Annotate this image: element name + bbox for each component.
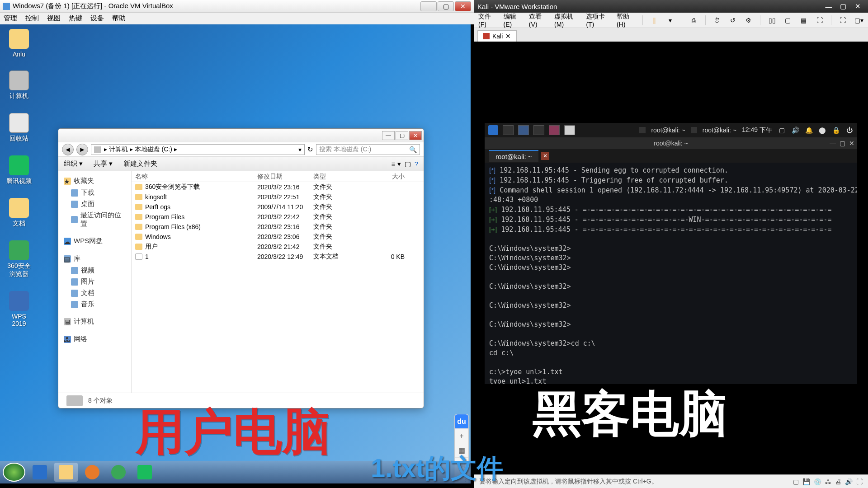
unity-button[interactable]: ▢▾: [854, 15, 863, 25]
tray-notify-icon[interactable]: 🔔: [805, 126, 813, 134]
file-list-header[interactable]: 名称 修改日期 类型 大小: [132, 171, 424, 182]
column-type[interactable]: 类型: [310, 171, 363, 182]
desktop-icon[interactable]: 文档: [5, 198, 33, 228]
organize-menu[interactable]: 组织 ▾: [64, 160, 83, 168]
tray-network-icon[interactable]: ⬤: [818, 126, 826, 134]
sidebar-network[interactable]: 🖧网络: [60, 333, 129, 345]
menu-item[interactable]: 文件(F): [478, 13, 496, 28]
file-row[interactable]: Windows 2020/3/2 23:06 文件夹: [132, 232, 424, 242]
sidebar-item[interactable]: 图片: [60, 276, 129, 287]
forward-button[interactable]: ►: [76, 144, 88, 155]
desktop-icon[interactable]: 360安全浏览器: [5, 240, 33, 278]
sidebar-item[interactable]: 文档: [60, 287, 129, 299]
maximize-button[interactable]: ▢: [840, 140, 845, 147]
desktop-icon[interactable]: WPS 2019: [5, 291, 33, 327]
back-button[interactable]: ◄: [62, 144, 74, 155]
tray-display-icon[interactable]: ▢: [778, 126, 786, 134]
sidebar-item[interactable]: 下载: [60, 187, 129, 198]
sidebar-item[interactable]: 音乐: [60, 299, 129, 310]
vm-content[interactable]: root@kali: ~ root@kali: ~ 12:49 下午 ▢ 🔊 🔔…: [474, 42, 868, 474]
file-row[interactable]: 用户 2020/3/2 21:42 文件夹: [132, 242, 424, 252]
vm-tab-kali[interactable]: Kali ✕: [477, 30, 517, 42]
help-button[interactable]: ?: [415, 160, 418, 168]
close-button[interactable]: ✕: [455, 1, 471, 11]
minimize-button[interactable]: —: [382, 131, 395, 140]
minimize-button[interactable]: —: [830, 140, 836, 147]
tab-close-button[interactable]: ✕: [541, 152, 549, 160]
layout-icon[interactable]: ▤: [799, 15, 808, 25]
device-icon[interactable]: ⛶: [856, 478, 863, 485]
close-button[interactable]: ✕: [849, 140, 854, 147]
menu-item[interactable]: 帮助: [112, 14, 126, 23]
win7-desktop[interactable]: Anlu计算机回收站腾讯视频文档360安全浏览器WPS 2019 — ▢ ✕ ◄…: [0, 24, 471, 483]
view-menu[interactable]: ≡ ▾: [392, 160, 401, 168]
sidebar-item[interactable]: 视频: [60, 265, 129, 276]
baidu-logo-icon[interactable]: du: [455, 414, 468, 429]
terminal-output[interactable]: [*] 192.168.11.95:445 - Sending egg to c…: [485, 163, 857, 384]
file-row[interactable]: kingsoft 2020/3/2 22:51 文件夹: [132, 192, 424, 202]
snapshot-revert-icon[interactable]: ↺: [728, 15, 737, 25]
snapshot-take-icon[interactable]: ⏱: [712, 15, 721, 25]
device-icon[interactable]: 🖨: [835, 478, 841, 485]
tray-window[interactable]: root@kali: ~: [703, 127, 736, 134]
menu-item[interactable]: 选项卡(T): [586, 13, 609, 28]
device-icon[interactable]: 🖧: [825, 478, 831, 485]
desktop-icon[interactable]: 腾讯视频: [5, 155, 33, 185]
search-box[interactable]: 搜索 本地磁盘 (C:) 🔍: [316, 144, 420, 155]
sidebar-computer[interactable]: 🖥计算机: [60, 315, 129, 328]
device-icon[interactable]: 💾: [802, 478, 810, 485]
menu-item[interactable]: 虚拟机(M): [554, 13, 579, 28]
tray-lock-icon[interactable]: 🔒: [832, 126, 840, 134]
file-row[interactable]: 360安全浏览器下载 2020/3/2 23:16 文件夹: [132, 182, 424, 192]
sidebar-item[interactable]: 最近访问的位置: [60, 210, 129, 230]
tray-window[interactable]: root@kali: ~: [651, 127, 685, 134]
device-icon[interactable]: 💿: [814, 478, 821, 485]
address-bar[interactable]: ▸ 计算机 ▸ 本地磁盘 (C:) ▸ ▾: [91, 144, 305, 155]
menu-item[interactable]: 编辑(E): [504, 13, 522, 28]
snapshot-manage-icon[interactable]: ⚙: [744, 15, 753, 25]
taskbar-ie[interactable]: [28, 463, 52, 482]
terminal-tab[interactable]: root@kali: ~: [489, 150, 538, 162]
device-icon[interactable]: 🔊: [845, 478, 853, 485]
file-row[interactable]: Program Files (x86) 2020/3/2 23:16 文件夹: [132, 222, 424, 232]
sidebar-wps[interactable]: ☁WPS网盘: [60, 235, 129, 247]
layout-icon[interactable]: ▢: [783, 15, 792, 25]
maximize-button[interactable]: ▢: [438, 1, 454, 11]
column-name[interactable]: 名称: [132, 171, 254, 182]
snapshot-button[interactable]: ⎙: [689, 15, 698, 25]
taskbar-app[interactable]: [549, 125, 560, 135]
desktop-icon[interactable]: 回收站: [5, 113, 33, 143]
layout-icon[interactable]: ▯▯: [768, 15, 776, 25]
taskbar-tencent[interactable]: [133, 463, 156, 482]
kali-logo-icon[interactable]: [488, 125, 498, 135]
menu-item[interactable]: 管理: [4, 14, 17, 23]
close-button[interactable]: ✕: [409, 131, 422, 140]
desktop-icon[interactable]: Anlu: [5, 29, 33, 58]
taskbar-terminal[interactable]: [564, 125, 575, 135]
taskbar-browser[interactable]: [107, 463, 130, 482]
taskbar-app[interactable]: [533, 125, 544, 135]
sidebar-item[interactable]: 桌面: [60, 198, 129, 210]
start-button[interactable]: [3, 463, 25, 482]
menu-item[interactable]: 帮助(H): [617, 13, 635, 28]
new-folder-button[interactable]: 新建文件夹: [123, 160, 157, 168]
fullscreen-button[interactable]: ⛶: [839, 15, 847, 25]
baidu-plus-icon[interactable]: +: [455, 429, 468, 443]
file-row[interactable]: 1 2020/3/22 12:49 文本文档 0 KB: [132, 252, 424, 262]
desktop-icon[interactable]: 计算机: [5, 70, 33, 100]
menu-item[interactable]: 热键: [69, 14, 82, 23]
file-row[interactable]: Program Files 2020/3/2 22:42 文件夹: [132, 212, 424, 222]
refresh-button[interactable]: ↻: [307, 145, 313, 154]
maximize-button[interactable]: ▢: [396, 131, 408, 140]
pause-button[interactable]: ‖: [650, 15, 659, 25]
column-date[interactable]: 修改日期: [254, 171, 310, 182]
device-icon[interactable]: ▢: [793, 478, 799, 485]
close-button[interactable]: ✕: [851, 2, 864, 11]
tray-power-icon[interactable]: ⏻: [845, 126, 854, 134]
minimize-button[interactable]: —: [822, 2, 835, 11]
taskbar-explorer[interactable]: [54, 463, 78, 482]
tray-volume-icon[interactable]: 🔊: [791, 126, 799, 134]
layout-icon[interactable]: ⛶: [815, 15, 824, 25]
menu-item[interactable]: 视图: [47, 14, 61, 23]
tray-clock[interactable]: 12:49 下午: [742, 126, 772, 134]
